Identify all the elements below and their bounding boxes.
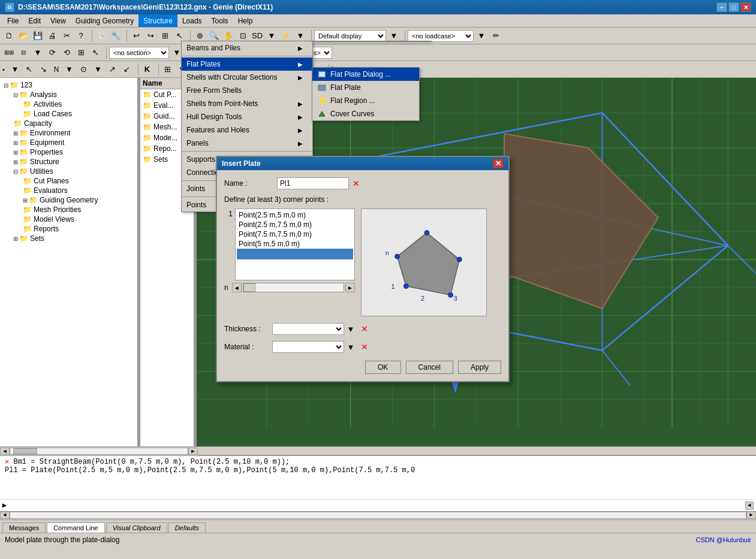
menu-shells-circular[interactable]: Shells with Circular Sections ▶: [182, 71, 312, 84]
tree-model-views[interactable]: 📁Model Views: [22, 214, 135, 224]
tree-sets[interactable]: ⊞📁Sets: [12, 234, 135, 243]
edit-lc[interactable]: ✏: [489, 29, 502, 43]
t2-7[interactable]: ↖: [89, 46, 102, 59]
tree-activities[interactable]: 📁Activities: [22, 99, 135, 109]
point-3[interactable]: Point(7.5 m,7.5 m,0 m): [237, 229, 353, 239]
bottom-scroll[interactable]: ◄ ►: [0, 446, 756, 455]
tree-utilities[interactable]: ⊟📁Utilities: [12, 167, 135, 176]
t3-8[interactable]: ⊞: [161, 63, 174, 76]
n-scroll-track[interactable]: [243, 283, 344, 292]
tree-root[interactable]: ⊟📁123: [2, 80, 135, 90]
btn-b[interactable]: 🔧: [109, 29, 122, 43]
menu-edit[interactable]: Edit: [23, 14, 46, 27]
point-2[interactable]: Point(2.5 m,7.5 m,0 m): [237, 220, 353, 229]
tab-messages[interactable]: Messages: [2, 522, 46, 533]
submenu-cover-curves[interactable]: Cover Curves: [312, 107, 419, 120]
point-4[interactable]: Point(5 m,5 m,0 m): [237, 239, 353, 249]
tree-guiding-geometry[interactable]: ⊞📁Guiding Geometry: [22, 195, 135, 205]
tree-environment[interactable]: ⊞📁Environment: [12, 128, 135, 138]
print-button[interactable]: 🖨: [46, 29, 59, 43]
console-hscroll[interactable]: ◄ ►: [0, 511, 756, 519]
tree-properties[interactable]: ⊞📁Properties: [12, 147, 135, 157]
cs-right[interactable]: ►: [746, 512, 756, 519]
btn-a[interactable]: 🐚: [95, 29, 108, 43]
t3-1[interactable]: ▼: [8, 63, 22, 76]
help-button[interactable]: ?: [74, 29, 88, 43]
menu-free-form[interactable]: Free Form Shells: [182, 84, 312, 97]
dialog-close-button[interactable]: ✕: [493, 159, 504, 168]
scroll-left[interactable]: ◄: [0, 448, 10, 455]
t2-5[interactable]: ⟲: [60, 46, 73, 59]
n-scroll-right[interactable]: ►: [345, 283, 355, 292]
menu-features[interactable]: Features and Holes ▶: [182, 123, 312, 137]
cancel-button[interactable]: Cancel: [406, 361, 453, 374]
tree-cut-planes[interactable]: 📁Cut Planes: [22, 176, 135, 186]
thickness-dropdown[interactable]: ▼: [344, 322, 357, 336]
menu-panels[interactable]: Panels ▶: [182, 137, 312, 150]
t2-2[interactable]: ⊟: [17, 46, 30, 59]
close-button[interactable]: ✕: [740, 2, 751, 12]
new-button[interactable]: 🗋: [2, 29, 16, 43]
redo-button[interactable]: ↪: [144, 29, 157, 43]
apply-button[interactable]: Apply: [458, 361, 501, 374]
tab-visual-clipboard[interactable]: Visual Clipboard: [106, 522, 167, 533]
cs-track[interactable]: [10, 512, 746, 519]
name-clear-button[interactable]: ✕: [353, 179, 360, 188]
thickness-select[interactable]: [272, 323, 344, 335]
snap-button[interactable]: ⊞: [158, 29, 171, 43]
t3-6[interactable]: ↗: [106, 63, 119, 76]
tree-structure[interactable]: ⊞📁Structure: [12, 157, 135, 167]
t3-k[interactable]: K: [141, 63, 154, 76]
name-input[interactable]: [277, 177, 349, 189]
tree-mesh-priorities[interactable]: 📁Mesh Priorities: [22, 205, 135, 214]
tree-capacity[interactable]: 📁Capacity: [12, 119, 135, 128]
thickness-clear[interactable]: ✕: [361, 324, 368, 334]
menu-guiding-geometry[interactable]: Guiding Geometry: [71, 14, 138, 27]
t3-4[interactable]: ▼: [63, 63, 76, 76]
t2-6[interactable]: ⊞: [74, 46, 88, 59]
menu-file[interactable]: File: [2, 14, 23, 27]
menu-shells-point-nets[interactable]: Shells from Point-Nets ▶: [182, 97, 312, 110]
menu-structure[interactable]: Structure: [138, 14, 177, 27]
point-5[interactable]: [237, 249, 353, 259]
cs-left[interactable]: ◄: [0, 512, 10, 519]
tree-evaluators[interactable]: 📁Evaluators: [22, 186, 135, 195]
n-scroll-thumb[interactable]: [243, 283, 255, 292]
scroll-right[interactable]: ►: [188, 448, 198, 455]
console-scroll-btn[interactable]: ◄: [745, 501, 754, 510]
material-select[interactable]: [272, 341, 344, 353]
tab-defaults[interactable]: Defaults: [168, 522, 206, 533]
t3-5[interactable]: ▼: [92, 63, 105, 76]
menu-hull[interactable]: Hull Design Tools ▶: [182, 110, 312, 123]
loadcase-combo[interactable]: <no loadcase>: [408, 30, 474, 42]
n-scroll-left[interactable]: ◄: [232, 283, 242, 292]
minimize-button[interactable]: −: [716, 2, 727, 12]
t3-7[interactable]: ↙: [121, 63, 134, 76]
menu-tools[interactable]: Tools: [207, 14, 233, 27]
tab-command-line[interactable]: Command Line: [47, 522, 105, 533]
console-input[interactable]: [9, 501, 745, 510]
maximize-button[interactable]: □: [728, 2, 739, 12]
point-1[interactable]: Point(2.5 m,5 m,0 m): [237, 210, 353, 220]
save-button[interactable]: 💾: [31, 29, 44, 43]
ok-button[interactable]: OK: [365, 361, 401, 374]
menu-help[interactable]: Help: [233, 14, 258, 27]
menu-view[interactable]: View: [46, 14, 71, 27]
t2-1[interactable]: ⊞⊞: [2, 46, 16, 59]
submenu-flat-plate-dialog[interactable]: Flat Plate Dialog ...: [312, 68, 419, 81]
t3-3[interactable]: ↘: [37, 63, 50, 76]
tree-equipment[interactable]: ⊞📁Equipment: [12, 138, 135, 147]
tree-loadcases[interactable]: 📁Load Cases: [22, 109, 135, 119]
menu-loads[interactable]: Loads: [177, 14, 207, 27]
hscroll-track[interactable]: [10, 448, 188, 455]
menu-flat-plates[interactable]: Flat Plates ▶: [182, 58, 312, 71]
hscroll-thumb[interactable]: [13, 448, 37, 454]
display-combo[interactable]: Default display: [314, 30, 386, 42]
open-button[interactable]: 📂: [17, 29, 30, 43]
section-combo[interactable]: <no section>: [109, 47, 169, 59]
undo-button[interactable]: ↩: [129, 29, 143, 43]
submenu-flat-plate[interactable]: Flat Plate: [312, 81, 419, 94]
t3-circle[interactable]: ⊙: [77, 63, 91, 76]
menu-beams-piles[interactable]: Beams and Piles ▶: [182, 41, 312, 55]
submenu-flat-region[interactable]: ⭐ Flat Region ...: [312, 94, 419, 107]
